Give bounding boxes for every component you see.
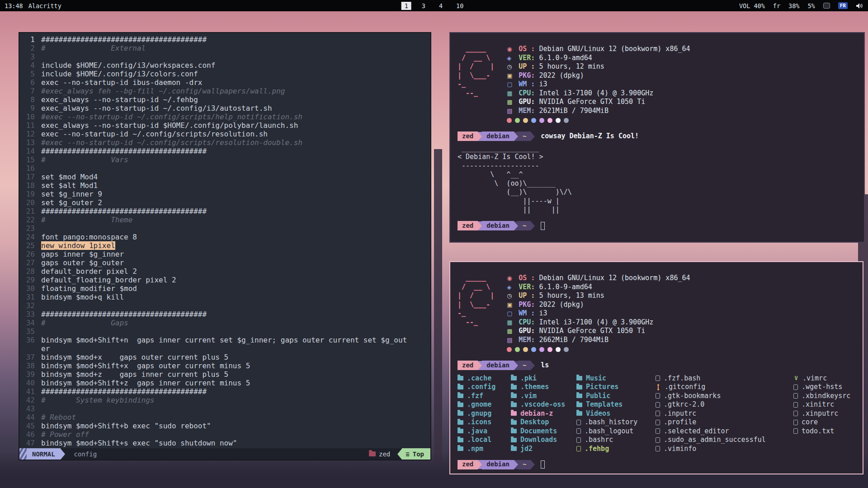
ls-entry[interactable]: .fzf.bash — [656, 374, 793, 383]
code-line[interactable]: 18 set $alt Mod1 — [19, 181, 430, 190]
ls-entry[interactable]: .viminfo — [656, 445, 793, 454]
code-line[interactable]: 10 #exec --no-startup-id ~/.config/scrip… — [19, 113, 430, 121]
ls-entry[interactable]: Templates — [576, 400, 656, 409]
code-line[interactable]: 29 default_floating_border pixel 2 — [19, 276, 430, 284]
code-line[interactable]: 47 bindsym $mod+Shift+s exec "sudo shutd… — [19, 439, 430, 447]
code-line[interactable]: 13 #exec --no-startup-id ~/.config/scrip… — [19, 138, 430, 147]
ls-entry[interactable]: Downloads — [511, 436, 576, 445]
ls-entry[interactable]: .vimrc — [793, 374, 850, 383]
ls-entry[interactable]: .profile — [656, 418, 793, 427]
code-line[interactable]: 4 include $HOME/.config/i3/workspaces.co… — [19, 61, 430, 70]
ls-entry[interactable]: .gitconfig — [656, 383, 793, 392]
code-line[interactable]: 26 gaps inner $g_inner — [19, 250, 430, 258]
shell-prompt[interactable]: zed debian ~ cowsay Debian-Z Is Cool! — [458, 131, 857, 141]
ls-entry[interactable]: .local — [458, 436, 511, 445]
code-line[interactable]: 21 #####################################… — [19, 207, 430, 216]
ls-entry[interactable]: .wget-hsts — [793, 383, 850, 392]
code-line[interactable]: 20 set $g_outer 2 — [19, 198, 430, 207]
editor-window[interactable]: 1 ######################################… — [19, 32, 431, 460]
code-line[interactable]: 32 — [19, 301, 430, 310]
code-line[interactable]: 45 bindsym $mod+Shift+b exec "sudo reboo… — [19, 422, 430, 430]
ls-entry[interactable]: .cache — [458, 374, 511, 383]
code-line[interactable]: 24 font pango:monospace 8 — [19, 233, 430, 241]
ls-entry[interactable]: .java — [458, 427, 511, 436]
code-line[interactable]: 19 set $g_inner 9 — [19, 190, 430, 198]
ls-entry[interactable]: .selected_editor — [656, 427, 793, 436]
ls-entry[interactable]: .npm — [458, 445, 511, 454]
ls-entry[interactable]: .config — [458, 383, 511, 392]
code-line[interactable]: 17 set $mod Mod4 — [19, 173, 430, 181]
code-line[interactable]: 31 bindsym $mod+q kill — [19, 293, 430, 301]
code-line[interactable]: 38 bindsym $mod+Shift+x gaps outer curre… — [19, 361, 430, 370]
ls-entry[interactable]: .fzf — [458, 392, 511, 401]
ls-entry[interactable]: Music — [576, 374, 656, 383]
ls-entry[interactable]: Videos — [576, 409, 656, 418]
code-line[interactable]: 15 # Vars — [19, 155, 430, 164]
ls-entry[interactable]: .xbindkeysrc — [793, 392, 850, 401]
terminal-window-cowsay[interactable]: _____ / __ \ | / | | \___- -_ --_ ◉ OS :… — [449, 32, 865, 243]
ls-entry[interactable]: .xinitrc — [793, 400, 850, 409]
code-line[interactable]: 36 bindsym $mod+Shift+n gaps inner curre… — [19, 336, 430, 353]
ls-entry[interactable]: jd2 — [511, 445, 576, 454]
code-line[interactable]: 22 # Theme — [19, 216, 430, 224]
speaker-icon[interactable] — [856, 3, 863, 9]
ls-entry[interactable]: .gtkrc-2.0 — [656, 400, 793, 409]
workspace-button[interactable]: 1 — [401, 2, 411, 10]
ls-entry[interactable]: .bashrc — [576, 436, 656, 445]
code-line[interactable]: 12 exec --no-startup-id ~/.config/script… — [19, 130, 430, 138]
code-line[interactable]: 41 #####################################… — [19, 387, 430, 396]
workspace-button[interactable]: 4 — [436, 2, 446, 10]
shell-prompt[interactable]: zed debian ~ — [458, 460, 855, 469]
ls-entry[interactable]: .icons — [458, 418, 511, 427]
code-line[interactable]: 3 — [19, 52, 430, 61]
code-line[interactable]: 44 # Reboot — [19, 413, 430, 422]
workspace-button[interactable]: 10 — [453, 2, 467, 10]
code-line[interactable]: 39 bindsym $mod+z gaps inner current plu… — [19, 370, 430, 379]
ls-entry[interactable]: .inputrc — [656, 409, 793, 418]
ls-entry[interactable]: .themes — [511, 383, 576, 392]
ls-entry[interactable]: .gnupg — [458, 409, 511, 418]
code-line[interactable]: 7 #exec_always feh --bg-fill ~/.config/w… — [19, 87, 430, 95]
ls-entry[interactable]: core — [793, 418, 850, 427]
tray-app-icon[interactable] — [823, 3, 830, 9]
ls-entry[interactable]: .gtk-bookmarks — [656, 392, 793, 401]
code-line[interactable]: 30 floating_modifier $mod — [19, 284, 430, 293]
code-line[interactable]: 28 default_border pixel 2 — [19, 267, 430, 276]
code-line[interactable]: 14 #####################################… — [19, 147, 430, 155]
ls-entry[interactable]: Desktop — [511, 418, 576, 427]
volume-level[interactable]: VOL 40% — [739, 2, 765, 9]
ls-entry[interactable]: todo.txt — [793, 427, 850, 436]
keyboard-layout[interactable]: fr — [773, 2, 780, 9]
ls-entry[interactable]: .bash_logout — [576, 427, 656, 436]
code-line[interactable]: 40 bindsym $mod+Shift+z gaps inner curre… — [19, 379, 430, 387]
code-line[interactable]: 33 #####################################… — [19, 310, 430, 319]
code-line[interactable]: 35 — [19, 327, 430, 336]
ls-entry[interactable]: .vscode-oss — [511, 400, 576, 409]
ls-entry[interactable]: .bash_history — [576, 418, 656, 427]
code-line[interactable]: 5 include $HOME/.config/i3/colors.conf — [19, 70, 430, 78]
shell-prompt[interactable]: zed debian ~ ls — [458, 361, 855, 371]
ls-entry[interactable]: .gnome — [458, 400, 511, 409]
ls-entry[interactable]: Public — [576, 392, 656, 401]
code-line[interactable]: 8 exec_always --no-startup-id ~/.fehbg — [19, 95, 430, 104]
code-line[interactable]: 9 exec_always --no-startup-id ~/.config/… — [19, 104, 430, 113]
workspace-button[interactable]: 3 — [419, 2, 429, 10]
terminal-window-ls[interactable]: _____ / __ \ | / | | \___- -_ --_ ◉ OS :… — [449, 261, 863, 474]
ls-entry[interactable]: Pictures — [576, 383, 656, 392]
code-line[interactable]: 42 # System keybindings — [19, 396, 430, 404]
code-line[interactable]: 43 — [19, 404, 430, 413]
ls-entry[interactable]: Documents — [511, 427, 576, 436]
ls-entry[interactable]: .xinputrc — [793, 409, 850, 418]
ls-entry[interactable]: .pki — [511, 374, 576, 383]
code-line[interactable]: 37 bindsym $mod+x gaps outer current plu… — [19, 353, 430, 361]
ls-entry[interactable]: .vim — [511, 392, 576, 401]
code-line[interactable]: 6 exec --no-startup-id ibus-daemon -drx — [19, 78, 430, 87]
code-line[interactable]: 16 — [19, 164, 430, 173]
shell-prompt[interactable]: zed debian ~ — [458, 221, 857, 231]
ls-entry[interactable]: .sudo_as_admin_successful — [656, 436, 793, 445]
code-line[interactable]: 1 ###################################### — [19, 35, 430, 44]
code-line[interactable]: 34 # Gaps — [19, 319, 430, 327]
code-line[interactable]: 46 # Power off — [19, 430, 430, 439]
ls-entry[interactable]: .fehbg — [576, 445, 656, 454]
code-line[interactable]: 11 exec_always --no-startup-id $HOME/.co… — [19, 121, 430, 130]
